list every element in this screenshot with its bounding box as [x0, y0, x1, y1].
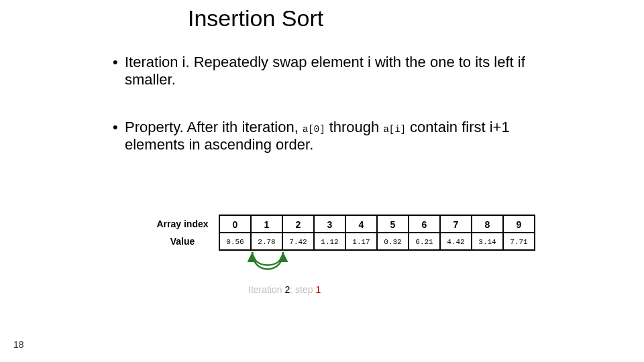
row-label-index: Array index: [146, 215, 219, 233]
bullet-iteration: Iteration i. Repeatedly swap element i w…: [113, 54, 542, 89]
code-ai: a[i]: [383, 124, 406, 135]
array-table: Array index Value 0 1 2 3 4 5 6 7 8 9 0.…: [146, 215, 535, 251]
value-cell: 1.17: [345, 233, 377, 250]
bullet2-part1: Property. After ith iteration,: [125, 119, 303, 135]
row-labels: Array index Value: [146, 215, 219, 251]
index-cell: 3: [314, 215, 345, 233]
slide-title: Insertion Sort: [188, 5, 323, 32]
index-cell: 2: [282, 215, 314, 233]
caption-mid: : step: [290, 284, 315, 295]
value-cell: 0.32: [377, 233, 409, 250]
swap-arrow-icon: [219, 249, 313, 280]
index-cell: 0: [219, 215, 251, 233]
index-cell: 8: [472, 215, 503, 233]
row-label-value: Value: [146, 233, 219, 250]
value-cell: 2.78: [251, 233, 282, 250]
bullet2-part2: through: [325, 119, 384, 135]
index-cell: 6: [409, 215, 440, 233]
index-cell: 1: [251, 215, 282, 233]
page-number: 18: [13, 339, 24, 350]
value-cell: 3.14: [472, 233, 503, 250]
bullet-property: Property. After ith iteration, a[0] thro…: [113, 119, 542, 154]
value-cell: 1.12: [314, 233, 345, 250]
iteration-caption: Iteration 2: step 1: [248, 284, 321, 295]
index-cell: 5: [377, 215, 409, 233]
value-cell: 6.21: [409, 233, 440, 250]
value-cell: 0.56: [219, 233, 251, 250]
caption-step-num: 1: [315, 284, 321, 295]
index-row: 0 1 2 3 4 5 6 7 8 9: [219, 215, 535, 233]
array-grid: 0 1 2 3 4 5 6 7 8 9 0.56 2.78 7.42 1.12 …: [219, 215, 535, 251]
index-cell: 9: [503, 215, 535, 233]
value-row: 0.56 2.78 7.42 1.12 1.17 0.32 6.21 4.42 …: [219, 233, 535, 250]
index-cell: 4: [345, 215, 377, 233]
value-cell: 7.42: [282, 233, 314, 250]
code-a0: a[0]: [303, 124, 325, 135]
caption-pre: Iteration: [248, 284, 284, 295]
index-cell: 7: [440, 215, 472, 233]
bullet-list: Iteration i. Repeatedly swap element i w…: [113, 54, 542, 184]
value-cell: 4.42: [440, 233, 472, 250]
bullet1-text: Iteration i. Repeatedly swap element i w…: [125, 54, 525, 88]
value-cell: 7.71: [503, 233, 535, 250]
